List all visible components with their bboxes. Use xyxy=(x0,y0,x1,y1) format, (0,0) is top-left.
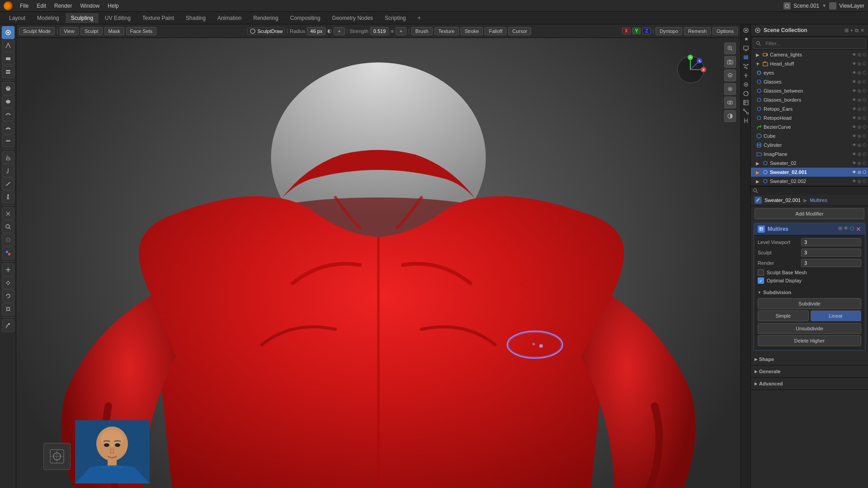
menu-edit[interactable]: Edit xyxy=(33,2,50,10)
tool-snake-hook[interactable] xyxy=(2,164,14,177)
tool-magnify[interactable] xyxy=(2,221,14,233)
sculpt-base-mesh-checkbox[interactable] xyxy=(758,269,764,276)
item-select-btn[interactable]: ◎ xyxy=(858,98,861,102)
item-render-btn[interactable]: ⬡ xyxy=(863,161,866,165)
strength-value[interactable]: 0.519 xyxy=(370,27,389,35)
sculpt-value[interactable]: 3 xyxy=(801,249,861,257)
tab-rendering[interactable]: Rendering xyxy=(248,13,283,23)
item-eye-btn[interactable]: 👁 xyxy=(852,125,856,129)
item-select-btn[interactable]: ◎ xyxy=(858,80,861,84)
tool-thumb[interactable] xyxy=(2,178,14,190)
tab-animation[interactable]: Animation xyxy=(212,13,247,23)
item-select-btn[interactable]: ◎ xyxy=(858,161,861,165)
render-properties-icon[interactable] xyxy=(742,35,750,43)
tool-grab[interactable] xyxy=(2,151,14,164)
scene-name[interactable]: Scene.001 xyxy=(793,3,819,9)
outliner-search-input[interactable] xyxy=(763,39,863,47)
outliner-item-sweater-02[interactable]: ▶ Sweater_02 👁 ◎ ⬡ xyxy=(751,159,868,168)
item-select-btn[interactable]: ◎ xyxy=(858,152,861,156)
generate-section-title[interactable]: Generate xyxy=(755,367,864,375)
item-select-btn[interactable]: ◎ xyxy=(858,179,861,183)
render-btn[interactable] xyxy=(724,83,736,95)
item-eye-btn[interactable]: 👁 xyxy=(852,89,856,93)
outliner-item-glasses[interactable]: Glasses 👁 ◎ ⬡ xyxy=(751,77,868,86)
item-select-btn[interactable]: ◎ xyxy=(858,107,861,111)
item-render-btn[interactable]: ⬡ xyxy=(863,107,866,111)
item-render-btn[interactable]: ⬡ xyxy=(863,61,866,66)
physics-properties-icon[interactable] xyxy=(742,71,750,80)
menu-window[interactable]: Window xyxy=(76,2,103,10)
blender-logo-icon[interactable] xyxy=(4,1,13,10)
item-select-btn[interactable]: ◎ xyxy=(858,70,861,75)
item-render-btn[interactable]: ⬡ xyxy=(863,52,866,57)
object-properties-icon[interactable] xyxy=(742,80,750,89)
overlay-btn[interactable] xyxy=(724,97,736,108)
gizmo-y-label[interactable]: Y xyxy=(688,55,693,60)
outliner-item-sweater-02-002[interactable]: ▶ Sweater_02.002 👁 ◎ ⬡ xyxy=(751,177,868,186)
sculpt-menu[interactable]: Sculpt xyxy=(80,27,103,35)
item-render-btn[interactable]: ⬡ xyxy=(863,89,866,93)
tool-crease[interactable] xyxy=(2,108,14,121)
item-render-btn[interactable]: ⬡ xyxy=(863,80,866,84)
output-properties-icon[interactable] xyxy=(742,44,750,52)
tab-sculpting[interactable]: Sculpting xyxy=(66,13,99,23)
tool-rotate[interactable] xyxy=(2,290,14,302)
item-select-btn[interactable]: ◎ xyxy=(858,89,861,93)
outliner-item-imagplane[interactable]: ImagPlane 👁 ◎ ⬡ xyxy=(751,150,868,159)
item-render-btn[interactable]: ⬡ xyxy=(863,143,866,147)
item-render-btn[interactable]: ⬡ xyxy=(863,134,866,138)
item-eye-btn[interactable]: 👁 xyxy=(852,152,856,156)
tool-scale[interactable] xyxy=(2,303,14,315)
zoom-in-btn[interactable] xyxy=(724,42,736,54)
gizmo-x-label[interactable]: X xyxy=(701,67,706,72)
radius-adjust-icon[interactable]: ◐ xyxy=(327,28,332,34)
tab-layout[interactable]: Layout xyxy=(4,13,31,23)
item-eye-btn[interactable]: 👁 xyxy=(852,80,856,84)
item-eye-btn[interactable]: 👁 xyxy=(852,170,856,174)
outliner-settings-btn[interactable]: ✕ xyxy=(860,28,864,33)
advanced-section-title[interactable]: Advanced xyxy=(755,380,864,388)
bone-properties-icon[interactable] xyxy=(742,108,750,116)
constraint-properties-icon[interactable] xyxy=(742,117,750,125)
item-render-btn[interactable]: ⬡ xyxy=(863,98,866,102)
material-properties-icon[interactable] xyxy=(742,89,750,98)
item-render-btn[interactable]: ⬡ xyxy=(863,179,866,183)
axis-y-btn[interactable]: Y xyxy=(632,28,641,34)
viewport-canvas[interactable]: User Perspective (1) Sweater_02.001 Vert… xyxy=(16,38,741,488)
outliner-item-head-stuff[interactable]: ▼ Head_stuff 👁 ◎ ⬡ xyxy=(751,59,868,68)
tab-scripting[interactable]: Scripting xyxy=(379,13,411,23)
modifier-render-icon[interactable]: ⬡ xyxy=(850,225,854,233)
radius-add-btn[interactable]: + xyxy=(334,27,344,35)
tool-smooth[interactable] xyxy=(2,122,14,134)
tab-geometry-nodes[interactable]: Geometry Nodes xyxy=(326,13,378,23)
tab-shading[interactable]: Shading xyxy=(180,13,211,23)
outliner-item-glasses-borders[interactable]: Glasses_borders 👁 ◎ ⬡ xyxy=(751,95,868,104)
face-sets-menu[interactable]: Face Sets xyxy=(126,27,157,35)
tool-sculpt-draw[interactable] xyxy=(2,26,14,39)
mask-menu[interactable]: Mask xyxy=(104,27,124,35)
item-render-btn[interactable]: ⬡ xyxy=(863,116,866,120)
axis-z-btn[interactable]: Z xyxy=(642,28,651,34)
navigation-gizmo[interactable]: X Y Z xyxy=(673,52,713,92)
face-overlay-icon[interactable] xyxy=(43,443,71,470)
optimal-display-checkbox[interactable] xyxy=(758,277,764,284)
view-menu[interactable]: View xyxy=(60,27,79,35)
outliner-item-glasses-between[interactable]: Glasses_between 👁 ◎ ⬡ xyxy=(751,86,868,95)
shape-section-title[interactable]: Shape xyxy=(755,355,864,363)
item-eye-btn[interactable]: 👁 xyxy=(852,61,856,66)
texture-btn[interactable]: Texture xyxy=(434,27,459,35)
remesh-btn[interactable]: Remesh xyxy=(684,27,711,35)
radius-value[interactable]: 46 px xyxy=(307,27,326,35)
outliner-item-retopohead[interactable]: RetopoHead 👁 ◎ ⬡ xyxy=(751,113,868,122)
tab-uv-editing[interactable]: UV Editing xyxy=(99,13,136,23)
item-select-btn[interactable]: ◎ xyxy=(858,143,861,147)
viewlayer-name[interactable]: ViewLayer xyxy=(839,3,864,9)
item-select-btn[interactable]: ◎ xyxy=(858,52,861,57)
tab-compositing[interactable]: Compositing xyxy=(285,13,326,23)
options-btn[interactable]: Options xyxy=(712,27,738,35)
tool-flatten[interactable] xyxy=(2,135,14,147)
axis-x-btn[interactable]: X xyxy=(622,28,631,34)
item-select-btn[interactable]: ◎ xyxy=(858,116,861,120)
item-eye-btn[interactable]: 👁 xyxy=(852,98,856,102)
tab-modeling[interactable]: Modeling xyxy=(32,13,65,23)
